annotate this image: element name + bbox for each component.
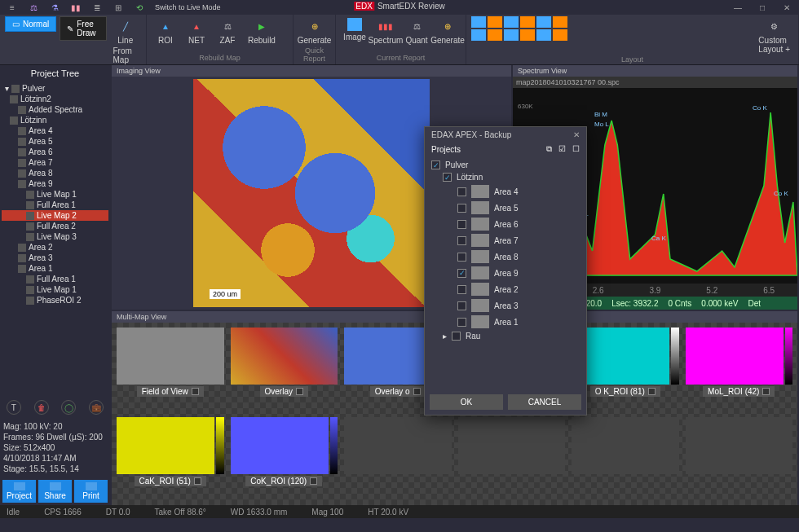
spectrum-file: map2018041010321767 00.spc <box>513 77 797 88</box>
tree-item[interactable]: Live Map 1 <box>2 189 108 200</box>
tree-item[interactable]: Full Area 1 <box>2 200 108 210</box>
switch-icon[interactable]: ⟲ <box>134 2 145 13</box>
tree-item[interactable]: Full Area 2 <box>2 221 108 231</box>
multimap-thumb[interactable] <box>572 417 679 500</box>
chart-icon[interactable]: ▮▮ <box>70 2 82 13</box>
trash-icon[interactable]: 🗑 <box>34 400 49 415</box>
normal-mode-button[interactable]: ▭ Normal <box>5 16 56 32</box>
report-image-button[interactable]: Image <box>341 16 369 43</box>
area-checkbox[interactable]: Area 5 <box>431 200 580 216</box>
report-spectrum-button[interactable]: ▮▮▮Spectrum <box>372 16 400 46</box>
multimap-thumb[interactable]: Field of View <box>117 328 224 411</box>
backup-dialog: EDAX APEX - Backup ✕ Projects ⧉☑☐ Pulver… <box>424 126 587 415</box>
tree-item[interactable]: Lötzinn <box>2 115 108 125</box>
maximize-button[interactable]: □ <box>750 0 775 15</box>
multimap-thumb[interactable]: CaK_ROI (51) <box>117 417 224 500</box>
gavel-icon[interactable]: ⚖ <box>28 2 39 13</box>
layout-presets[interactable] <box>471 16 567 41</box>
tree-item[interactable]: Area 6 <box>2 147 108 157</box>
tree-item[interactable]: PhaseROI 2 <box>2 295 108 306</box>
ribbon: ▭ Normal ✎ Free Draw ╱LineFrom Map Revie… <box>0 15 799 65</box>
area-checkbox[interactable]: Area 8 <box>431 248 580 265</box>
area-checkbox[interactable]: Area 1 <box>431 314 580 330</box>
briefcase-icon[interactable]: 💼 <box>89 400 104 415</box>
cancel-button[interactable]: CANCEL <box>508 394 581 410</box>
ribbon-caption: Rebuild Map <box>152 54 288 63</box>
multimap-thumb[interactable]: CoK_ROI (120) <box>231 417 338 500</box>
projects-label: Projects <box>431 145 461 154</box>
hamburger-icon[interactable]: ≡ <box>7 2 18 13</box>
checkall-icon[interactable]: ☑ <box>558 144 566 154</box>
zaf-button[interactable]: ⚖ZAF <box>214 16 241 46</box>
project-button[interactable]: Project <box>2 480 36 503</box>
minimize-button[interactable]: — <box>726 0 750 15</box>
close-button[interactable]: ✕ <box>775 0 799 15</box>
tree-item[interactable]: Area 3 <box>2 253 108 263</box>
tree-item[interactable]: Area 9 <box>2 178 108 189</box>
net-button[interactable]: ▲NET <box>183 16 210 46</box>
project-tree-title: Project Tree <box>0 65 110 81</box>
switch-mode-link[interactable]: Switch to Live Mode <box>155 3 221 11</box>
imaging-view-title: Imaging View <box>112 65 511 77</box>
tree-item[interactable]: Live Map 2 <box>2 210 108 221</box>
project-tree-panel: Project Tree ▾PulverLötzinn2Added Spectr… <box>0 65 110 505</box>
tree-item[interactable]: Added Spectra <box>2 104 108 115</box>
roi-button[interactable]: ▲ROI <box>152 16 179 46</box>
report-generate-button[interactable]: ⊕Generate <box>434 16 461 46</box>
ribbon-caption: Current Report <box>341 54 461 63</box>
line-frommap-button[interactable]: ╱LineFrom Map <box>110 16 141 66</box>
tree-item[interactable]: Area 2 <box>2 242 108 253</box>
freedraw-button[interactable]: ✎ Free Draw <box>60 16 106 41</box>
ok-button[interactable]: OK <box>430 394 503 410</box>
tree-item[interactable]: Full Area 1 <box>2 274 108 284</box>
area-checkbox[interactable]: Area 9 <box>431 265 580 281</box>
app-title: EDXSmartEDX Review <box>352 0 446 12</box>
tree-item[interactable]: Area 8 <box>2 168 108 178</box>
area-checkbox[interactable]: Area 4 <box>431 183 580 200</box>
tree-item[interactable]: Area 1 <box>2 263 108 274</box>
copy-icon[interactable]: ⧉ <box>546 144 552 154</box>
tree-item[interactable]: Area 7 <box>2 157 108 168</box>
custom-layout-button[interactable]: ⚙Custom Layout + <box>755 16 793 55</box>
multimap-thumb[interactable] <box>686 417 793 500</box>
uncheckall-icon[interactable]: ☐ <box>572 144 580 154</box>
tree-item[interactable]: Area 4 <box>2 125 108 136</box>
area-checkbox[interactable]: Area 2 <box>431 281 580 297</box>
dialog-title: EDAX APEX - Backup <box>431 130 511 139</box>
multimap-thumb[interactable]: Overlay <box>231 328 338 411</box>
circle-icon[interactable]: ◯ <box>61 400 76 415</box>
statusbar: Idle CPS 1666 DT 0.0 Take Off 88.6° WD 1… <box>0 505 799 518</box>
tree-item[interactable]: Live Map 1 <box>2 284 108 295</box>
spectrum-view-title: Spectrum View <box>513 65 797 77</box>
ribbon-caption: Quick Report <box>298 46 330 64</box>
share-button[interactable]: Share <box>38 480 72 503</box>
quick-generate-button[interactable]: ⊕Generate <box>298 16 330 46</box>
dialog-close-icon[interactable]: ✕ <box>573 130 580 139</box>
multimap-thumb[interactable]: MoL_ROI (42) <box>686 328 793 411</box>
project-tree[interactable]: ▾PulverLötzinn2Added SpectraLötzinnArea … <box>0 81 110 397</box>
tree-item[interactable]: Lötzinn2 <box>2 94 108 104</box>
text-tool-icon[interactable]: T <box>7 400 21 415</box>
grid-icon[interactable]: ⊞ <box>113 2 124 13</box>
print-button[interactable]: Print <box>74 480 108 503</box>
tree-item[interactable]: Area 5 <box>2 136 108 147</box>
area-checkbox[interactable]: Area 7 <box>431 232 580 248</box>
ribbon-caption: Layout <box>471 55 793 64</box>
list-icon[interactable]: ≣ <box>91 2 103 13</box>
report-quant-button[interactable]: ⚖Quant <box>403 16 430 46</box>
scalebar: 200 um <box>210 289 241 299</box>
multimap-thumb[interactable] <box>344 417 452 500</box>
scales-icon[interactable]: ⚗ <box>49 2 60 13</box>
area-checkbox[interactable]: Area 6 <box>431 216 580 232</box>
area-checkbox[interactable]: Area 3 <box>431 297 580 314</box>
info-panel: Mag: 100 kV: 20 Frames: 96 Dwell (µS): 2… <box>0 418 110 477</box>
tree-item[interactable]: Live Map 3 <box>2 231 108 242</box>
multimap-thumb[interactable]: O K_ROI (81) <box>572 328 679 411</box>
multimap-thumb[interactable] <box>458 417 566 500</box>
rebuild-button[interactable]: ▶Rebuild <box>245 16 279 46</box>
